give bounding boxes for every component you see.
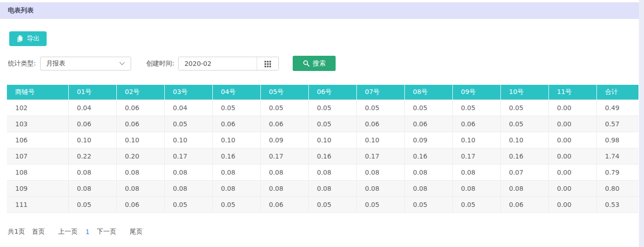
table-row: 1070.220.200.170.160.170.160.170.160.170… <box>7 148 638 165</box>
table-cell: 0.10 <box>116 132 164 148</box>
table-cell: 0.00 <box>548 100 596 116</box>
last-page-link[interactable]: 尾页 <box>130 228 143 236</box>
meter-table: 商铺号01号02号03号04号05号06号07号08号09号10号11号合计 1… <box>7 85 638 213</box>
table-cell: 0.06 <box>116 197 164 213</box>
column-header: 04号 <box>212 85 260 100</box>
panel-header: 电表列表 <box>0 2 639 19</box>
table-cell: 0.05 <box>164 197 212 213</box>
table-row: 1090.080.080.080.080.080.080.080.080.080… <box>7 181 638 197</box>
column-header: 商铺号 <box>7 85 68 100</box>
table-row: 1020.040.060.040.050.050.050.050.050.050… <box>7 100 638 116</box>
table-cell: 0.07 <box>500 165 548 181</box>
table-cell: 0.05 <box>500 100 548 116</box>
table-cell: 0.08 <box>356 165 404 181</box>
table-row: 1060.100.100.100.100.090.100.100.090.100… <box>7 132 638 148</box>
table-row: 1080.080.080.080.080.080.080.080.080.080… <box>7 165 638 181</box>
table-row: 1110.050.060.050.050.060.050.050.050.050… <box>7 197 638 213</box>
table-cell: 0.08 <box>164 181 212 197</box>
table-cell: 0.05 <box>308 100 356 116</box>
table-cell: 0.08 <box>116 165 164 181</box>
table-cell: 0.06 <box>500 197 548 213</box>
table-cell: 0.17 <box>356 148 404 165</box>
search-icon <box>303 60 310 67</box>
column-header: 08号 <box>404 85 452 100</box>
table-cell: 0.08 <box>452 181 500 197</box>
table-cell: 0.05 <box>260 100 308 116</box>
table-cell: 0.06 <box>68 116 116 132</box>
table-cell: 0.06 <box>260 197 308 213</box>
table-cell: 0.20 <box>116 148 164 165</box>
search-button[interactable]: 搜索 <box>293 56 336 71</box>
prev-page-link[interactable]: 上一页 <box>58 228 78 236</box>
table-cell: 0.08 <box>500 181 548 197</box>
table-cell: 0.17 <box>260 148 308 165</box>
export-button-label: 导出 <box>27 35 40 43</box>
table-cell: 0.05 <box>68 197 116 213</box>
table-cell: 0.22 <box>68 148 116 165</box>
create-time-input[interactable] <box>179 57 257 70</box>
table-cell: 1.74 <box>596 148 638 165</box>
table-cell: 0.05 <box>212 100 260 116</box>
table-cell: 0.05 <box>308 116 356 132</box>
table-cell: 0.79 <box>596 165 638 181</box>
table-cell: 0.08 <box>404 181 452 197</box>
table-cell: 0.05 <box>308 197 356 213</box>
table-header-row: 商铺号01号02号03号04号05号06号07号08号09号10号11号合计 <box>7 85 638 100</box>
table-cell: 0.10 <box>308 132 356 148</box>
table-cell: 0.00 <box>548 132 596 148</box>
table-cell: 0.10 <box>68 132 116 148</box>
table-cell: 0.05 <box>452 197 500 213</box>
table-cell: 0.04 <box>68 100 116 116</box>
next-page-link[interactable]: 下一页 <box>97 228 116 236</box>
export-button[interactable]: 导出 <box>9 31 47 46</box>
table-cell: 0.10 <box>356 132 404 148</box>
table-cell: 0.17 <box>164 148 212 165</box>
table-cell: 0.08 <box>308 165 356 181</box>
table-cell: 0.49 <box>596 100 638 116</box>
table-cell: 0.08 <box>164 165 212 181</box>
create-time-label: 创建时间: <box>146 59 175 68</box>
table-cell: 0.10 <box>500 132 548 148</box>
table-cell: 0.10 <box>452 132 500 148</box>
stat-type-label: 统计类型: <box>8 59 36 68</box>
meter-list-panel: 电表列表 导出 统计类型: 月报表 创建时间: <box>0 0 639 247</box>
table-cell: 0.98 <box>596 132 638 148</box>
table-cell: 0.16 <box>212 148 260 165</box>
create-time-field <box>178 57 279 71</box>
table-cell: 0.09 <box>404 132 452 148</box>
table-cell: 0.05 <box>356 197 404 213</box>
table-cell: 0.06 <box>404 116 452 132</box>
table-cell: 0.06 <box>116 100 164 116</box>
table-cell: 0.08 <box>308 181 356 197</box>
search-button-label: 搜索 <box>313 59 325 68</box>
table-cell: 0.08 <box>260 181 308 197</box>
table-cell: 0.08 <box>452 165 500 181</box>
table-cell: 0.05 <box>500 116 548 132</box>
shop-number-cell: 107 <box>7 148 68 165</box>
column-header: 合计 <box>596 85 638 100</box>
stat-type-select[interactable]: 月报表 <box>40 57 131 71</box>
table-cell: 0.00 <box>548 116 596 132</box>
column-header: 06号 <box>308 85 356 100</box>
table-cell: 0.06 <box>356 116 404 132</box>
pagination: 共1页 首页 上一页 1 下一页 尾页 <box>8 228 639 236</box>
column-header: 07号 <box>356 85 404 100</box>
table-cell: 0.06 <box>452 116 500 132</box>
column-header: 02号 <box>116 85 164 100</box>
filter-bar: 统计类型: 月报表 创建时间: <box>8 56 639 71</box>
table-cell: 0.08 <box>68 165 116 181</box>
shop-number-cell: 111 <box>7 197 68 213</box>
first-page-link[interactable]: 首页 <box>32 228 45 236</box>
table-cell: 0.08 <box>212 165 260 181</box>
calendar-grid-icon <box>264 60 271 67</box>
column-header: 03号 <box>164 85 212 100</box>
table-cell: 0.08 <box>116 181 164 197</box>
shop-number-cell: 103 <box>7 116 68 132</box>
current-page-link[interactable]: 1 <box>85 228 90 235</box>
table-cell: 0.09 <box>260 132 308 148</box>
column-header: 10号 <box>500 85 548 100</box>
table-cell: 0.16 <box>500 148 548 165</box>
calendar-picker-button[interactable] <box>257 57 278 70</box>
table-cell: 0.00 <box>548 165 596 181</box>
table-cell: 0.05 <box>452 100 500 116</box>
